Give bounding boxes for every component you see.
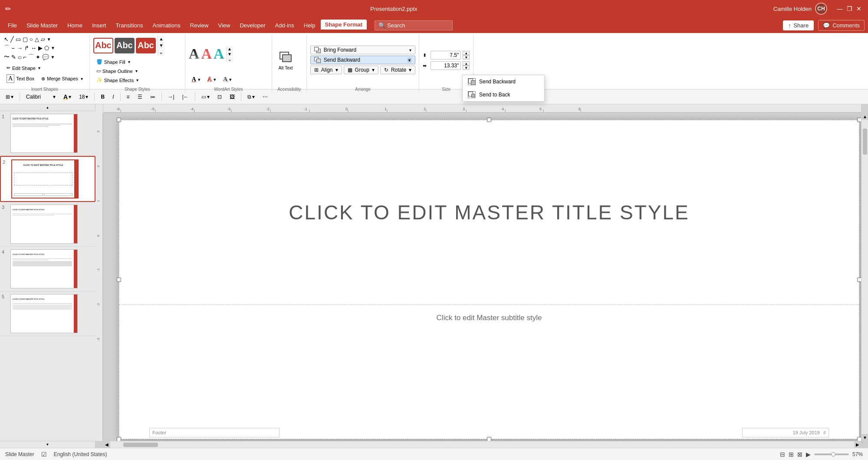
avatar[interactable]: CH bbox=[815, 3, 827, 15]
menu-view[interactable]: View bbox=[214, 20, 234, 30]
align-button[interactable]: ⊞ Align ▾ bbox=[310, 66, 342, 74]
menu-developer[interactable]: Developer bbox=[235, 20, 270, 30]
menu-help[interactable]: Help bbox=[299, 20, 320, 30]
shape-2arrow-icon[interactable]: ↔ bbox=[30, 44, 37, 52]
shape-more-icon[interactable]: ▼ bbox=[46, 36, 52, 42]
send-to-back-menu-item[interactable]: Send to Back bbox=[463, 88, 544, 101]
shape-bend-icon[interactable]: ↱ bbox=[24, 44, 30, 52]
merge-shapes-button[interactable]: ⊕ Merge Shapes ▾ bbox=[38, 75, 86, 83]
slide-panel-scroll-down[interactable]: ▼ bbox=[0, 441, 95, 448]
shape-parallelogram-icon[interactable]: ▱ bbox=[40, 36, 46, 43]
shape-arrow-icon[interactable]: → bbox=[16, 44, 23, 52]
decrease-indent-button[interactable]: |← bbox=[179, 92, 192, 102]
date-text-box[interactable]: 19 July 2019 # bbox=[742, 428, 829, 437]
edit-shape-button[interactable]: ✏ Edit Shape ▾ bbox=[3, 64, 43, 72]
view-normal-icon[interactable]: ⊟ bbox=[780, 451, 785, 458]
shape-pentagon-icon[interactable]: ⬠ bbox=[44, 44, 49, 52]
restore-button[interactable]: ❐ bbox=[845, 5, 853, 13]
shape-circle-icon[interactable]: ○ bbox=[29, 36, 33, 43]
search-area[interactable]: 🔍 Search bbox=[375, 20, 453, 30]
shape-curve2-icon[interactable]: ⌒ bbox=[28, 53, 34, 61]
arrange-button2[interactable]: ⧉ ▾ bbox=[244, 92, 258, 102]
styles-expand[interactable]: ⌄ bbox=[158, 49, 164, 55]
image-button[interactable]: 🖼 bbox=[227, 92, 238, 102]
width-down[interactable]: ▼ bbox=[463, 66, 470, 70]
zoom-thumb[interactable] bbox=[831, 452, 835, 457]
wordart-scroll-up[interactable]: ▲ bbox=[226, 46, 233, 51]
alt-text-button[interactable]: Alt Text bbox=[276, 49, 296, 72]
width-input[interactable]: 13.33" bbox=[431, 61, 461, 70]
vscroll-down-btn[interactable]: ▼ bbox=[861, 434, 868, 441]
hscroll-left-btn[interactable]: ◀ bbox=[103, 441, 110, 448]
hscroll-right-btn[interactable]: ▶ bbox=[854, 441, 861, 448]
text-align-center[interactable]: ☰ bbox=[135, 92, 145, 102]
shapes-expand-icon[interactable]: ▼ bbox=[50, 45, 56, 51]
hscroll-thumb[interactable] bbox=[123, 443, 158, 447]
group-button[interactable]: ▦ Group ▾ bbox=[344, 66, 378, 74]
shape-outline-button[interactable]: ▭ Shape Outline ▾ bbox=[93, 67, 141, 75]
wordart-a-red[interactable]: A bbox=[201, 46, 212, 61]
shape-style-dark[interactable]: Abc bbox=[115, 38, 135, 53]
text-outline-button[interactable]: A ▾ bbox=[204, 75, 219, 84]
view-sorter-icon[interactable]: ⊞ bbox=[789, 451, 794, 458]
shape-freeform-icon[interactable]: 〜 bbox=[3, 53, 10, 61]
indent-button[interactable]: →| bbox=[165, 92, 178, 102]
italic-button[interactable]: I bbox=[109, 92, 117, 102]
height-down[interactable]: ▼ bbox=[463, 55, 470, 60]
share-button[interactable]: ↑ Share bbox=[783, 20, 814, 30]
slide-panel-scroll-up[interactable]: ▲ bbox=[0, 104, 95, 111]
bullet-list-button[interactable]: ≔ bbox=[147, 92, 158, 102]
wordart-a-teal[interactable]: A bbox=[214, 46, 224, 61]
menu-file[interactable]: File bbox=[3, 20, 21, 30]
shape-fill-button[interactable]: 🪣 Shape Fill ▾ bbox=[93, 58, 133, 66]
menu-slide-master[interactable]: Slide Master bbox=[22, 20, 62, 30]
shape-line-icon[interactable]: ╱ bbox=[10, 36, 14, 43]
bring-forward-button[interactable]: Bring Forward ▾ bbox=[310, 46, 415, 54]
shapes-more2-icon[interactable]: ▼ bbox=[50, 54, 56, 60]
bold-button[interactable]: B bbox=[98, 92, 108, 102]
shape-star-icon[interactable]: ✦ bbox=[35, 53, 41, 61]
shape-select-button[interactable]: ▭ ▾ bbox=[198, 92, 213, 102]
menu-insert[interactable]: Insert bbox=[88, 20, 111, 30]
styles-scroll-down[interactable]: ▼ bbox=[158, 42, 164, 48]
shape-curve-icon[interactable]: ⌒ bbox=[3, 43, 10, 52]
shape-callout-icon[interactable]: 💬 bbox=[42, 53, 49, 61]
send-backward-button[interactable]: Send Backward ▾ bbox=[310, 56, 415, 64]
font-size-dropdown[interactable]: 18 ▾ bbox=[76, 92, 91, 102]
view-slideshow-icon[interactable]: ▶ bbox=[806, 451, 811, 458]
font-dropdown[interactable]: Calibri ▾ bbox=[23, 92, 59, 102]
menu-addins[interactable]: Add-ins bbox=[271, 20, 299, 30]
menu-shape-format[interactable]: Shape Format bbox=[321, 20, 367, 31]
shape-rect-icon[interactable]: ▭ bbox=[15, 36, 21, 43]
layout-button[interactable]: ⊞ ▾ bbox=[3, 92, 16, 102]
send-backward-arrow[interactable]: ▾ bbox=[408, 58, 411, 63]
crop-button[interactable]: ⊡ bbox=[214, 92, 225, 102]
styles-scroll-up[interactable]: ▲ bbox=[158, 36, 164, 42]
shape-effects-button[interactable]: ✨ Shape Effects ▾ bbox=[93, 76, 141, 84]
shape-elbow-icon[interactable]: ⌐ bbox=[23, 53, 27, 61]
shape-arc-icon[interactable]: ⌣ bbox=[11, 44, 16, 52]
menu-review[interactable]: Review bbox=[186, 20, 213, 30]
hscroll-track[interactable] bbox=[110, 441, 854, 448]
menu-transitions[interactable]: Transitions bbox=[111, 20, 147, 30]
menu-animations[interactable]: Animations bbox=[148, 20, 185, 30]
slide-thumb-4[interactable]: 4 CLICK TO EDIT MASTER TITLE STYLE bbox=[0, 247, 95, 291]
wordart-expand[interactable]: ⌄ bbox=[226, 57, 233, 62]
footer-text-box[interactable]: Footer bbox=[149, 428, 279, 437]
bring-forward-arrow[interactable]: ▾ bbox=[409, 48, 411, 53]
vscroll-up-btn[interactable]: ▲ bbox=[861, 113, 868, 120]
send-backward-menu-item[interactable]: Send Backward bbox=[463, 75, 544, 88]
text-fill-button[interactable]: A ▾ bbox=[189, 75, 204, 84]
view-reading-icon[interactable]: ⊠ bbox=[797, 451, 802, 458]
width-up[interactable]: ▲ bbox=[463, 61, 470, 66]
zoom-slider[interactable] bbox=[814, 453, 849, 455]
height-up[interactable]: ▲ bbox=[463, 51, 470, 55]
shape-roundrect-icon[interactable]: ▢ bbox=[22, 36, 28, 43]
slide-thumb-1[interactable]: 1 CLICK TO EDIT MASTER TITLE STYLE bbox=[0, 111, 95, 156]
menu-home[interactable]: Home bbox=[63, 20, 87, 30]
text-box-button[interactable]: A Text Box bbox=[3, 73, 37, 84]
wordart-a-black[interactable]: A bbox=[189, 46, 200, 61]
subtitle-text-box[interactable]: Click to edit Master subtitle style bbox=[119, 305, 859, 439]
shape-style-red[interactable]: Abc bbox=[136, 38, 156, 53]
shape-style-outline[interactable]: Abc bbox=[93, 38, 113, 53]
